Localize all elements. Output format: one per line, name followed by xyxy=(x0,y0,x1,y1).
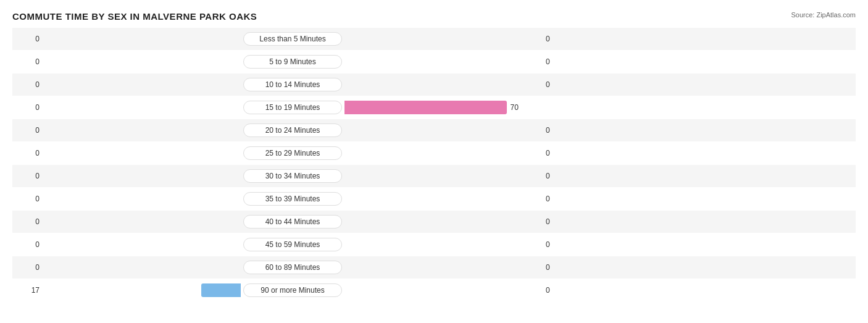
table-row: 0 45 to 59 Minutes 0 xyxy=(12,233,856,256)
female-value-label: 70 xyxy=(507,103,519,112)
category-label: 30 to 34 Minutes xyxy=(243,169,342,183)
category-label: 10 to 14 Minutes xyxy=(243,78,342,91)
table-row: 0 5 to 9 Minutes 0 xyxy=(12,51,856,73)
table-row: 0 60 to 89 Minutes 0 xyxy=(12,256,856,279)
source-text: Source: ZipAtlas.com xyxy=(791,11,856,19)
female-value: 0 xyxy=(542,57,573,66)
left-bar-container xyxy=(43,215,241,229)
left-bar-container xyxy=(43,169,241,183)
left-bar-container xyxy=(43,146,241,160)
male-value: 0 xyxy=(12,172,43,180)
right-bar-container: 70 xyxy=(344,101,542,114)
male-value: 0 xyxy=(12,57,43,66)
category-label: 90 or more Minutes xyxy=(243,283,342,297)
category-label: 25 to 29 Minutes xyxy=(243,146,342,160)
table-row: 0 40 to 44 Minutes 0 xyxy=(12,211,856,233)
female-value: 0 xyxy=(542,263,573,272)
male-value: 0 xyxy=(12,263,43,272)
category-label: 45 to 59 Minutes xyxy=(243,238,342,251)
category-label: Less than 5 Minutes xyxy=(243,32,342,46)
left-bar-container xyxy=(43,124,241,137)
male-value: 0 xyxy=(12,195,43,203)
left-bar-container xyxy=(43,238,241,251)
table-row: 0 30 to 34 Minutes 0 xyxy=(12,165,856,187)
left-bar-container xyxy=(43,101,241,114)
table-row: 0 Less than 5 Minutes 0 xyxy=(12,28,856,50)
female-value: 0 xyxy=(542,80,573,89)
female-value: 0 xyxy=(542,172,573,180)
right-bar-container xyxy=(344,283,542,297)
category-label: 35 to 39 Minutes xyxy=(243,192,342,206)
table-row: 0 10 to 14 Minutes 0 xyxy=(12,73,856,96)
right-bar-container xyxy=(344,169,542,183)
male-value: 0 xyxy=(12,126,43,135)
male-value: 17 xyxy=(12,286,43,295)
female-value: 0 xyxy=(542,195,573,203)
right-bar-container xyxy=(344,124,542,137)
right-bar-container xyxy=(344,146,542,160)
male-value: 0 xyxy=(12,217,43,226)
right-bar-container xyxy=(344,238,542,251)
female-value: 0 xyxy=(542,149,573,157)
left-bar-container xyxy=(43,32,241,46)
left-bar-container xyxy=(43,78,241,91)
category-label: 40 to 44 Minutes xyxy=(243,215,342,229)
category-label: 60 to 89 Minutes xyxy=(243,261,342,274)
male-value: 0 xyxy=(12,35,43,43)
male-value: 0 xyxy=(12,149,43,157)
left-bar-container xyxy=(43,283,241,297)
right-bar-container xyxy=(344,261,542,274)
right-bar-container xyxy=(344,192,542,206)
table-row: 17 90 or more Minutes 0 xyxy=(12,279,856,301)
male-bar xyxy=(201,283,241,297)
female-value: 0 xyxy=(542,286,573,295)
male-value: 0 xyxy=(12,103,43,112)
table-row: 0 25 to 29 Minutes 0 xyxy=(12,142,856,164)
table-row: 0 35 to 39 Minutes 0 xyxy=(12,188,856,210)
category-label: 20 to 24 Minutes xyxy=(243,124,342,137)
female-value: 0 xyxy=(542,217,573,226)
female-value: 0 xyxy=(542,240,573,249)
chart-title: COMMUTE TIME BY SEX IN MALVERNE PARK OAK… xyxy=(12,11,856,22)
female-value: 0 xyxy=(542,126,573,135)
left-bar-container xyxy=(43,192,241,206)
chart-container: COMMUTE TIME BY SEX IN MALVERNE PARK OAK… xyxy=(0,0,868,323)
female-value: 0 xyxy=(542,35,573,43)
left-bar-container xyxy=(43,55,241,69)
right-bar-container xyxy=(344,78,542,91)
table-row: 0 15 to 19 Minutes 70 xyxy=(12,96,856,119)
male-value: 0 xyxy=(12,240,43,249)
table-row: 0 20 to 24 Minutes 0 xyxy=(12,119,856,141)
left-bar-container xyxy=(43,261,241,274)
right-bar-container xyxy=(344,55,542,69)
category-label: 15 to 19 Minutes xyxy=(243,101,342,114)
female-bar xyxy=(344,101,507,114)
category-label: 5 to 9 Minutes xyxy=(243,55,342,69)
right-bar-container xyxy=(344,32,542,46)
chart-area: 0 Less than 5 Minutes 0 0 5 to 9 Minutes… xyxy=(12,28,856,278)
right-bar-container xyxy=(344,215,542,229)
male-value: 0 xyxy=(12,80,43,89)
